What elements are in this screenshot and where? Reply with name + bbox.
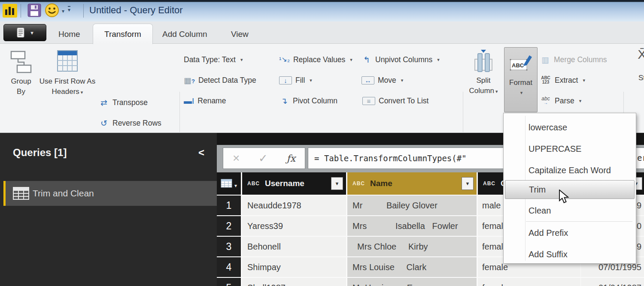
mouse-cursor	[558, 190, 570, 204]
use-first-row-label: Use First Row As Headers▾	[37, 76, 98, 97]
cell-username[interactable]: Yaress39	[242, 216, 346, 236]
tab-add-column[interactable]: Add Column	[160, 26, 210, 43]
titlebar-divider	[83, 4, 84, 18]
pivot-column-button[interactable]: ↴ Pivot Column	[279, 93, 337, 109]
extract-caret-icon: ▾	[583, 78, 585, 83]
transpose-button[interactable]: ⇄ Transpose	[99, 94, 148, 111]
pivot-column-icon: ↴	[279, 97, 289, 105]
table-corner-icon	[221, 179, 233, 188]
rename-button[interactable]: ▬I Rename	[184, 93, 226, 109]
format-icon: ABC	[509, 53, 533, 75]
statistics-button[interactable]: X̄Σ Stat	[628, 48, 644, 83]
transpose-icon: ⇄	[99, 99, 109, 107]
selection-accent-bar	[3, 181, 6, 206]
cell-name[interactable]: Mrs Louise Clark	[347, 257, 477, 277]
tab-transform[interactable]: Transform	[93, 24, 153, 44]
formula-cancel-button[interactable]: ×	[233, 151, 240, 165]
parse-icon: abc→	[540, 96, 551, 105]
unpivot-columns-button[interactable]: ↰ Unpivot Columns ▾	[361, 51, 440, 68]
group-by-button[interactable]: Group By	[6, 49, 36, 97]
fill-icon: ↓	[279, 76, 292, 84]
formula-fx-button[interactable]: ƒx	[287, 153, 296, 164]
unpivot-columns-icon: ↰	[361, 56, 372, 64]
split-column-button[interactable]: Split Column▾	[466, 48, 501, 96]
save-button[interactable]	[27, 3, 41, 17]
file-menu-button[interactable]: ▾	[3, 24, 46, 41]
data-type-button[interactable]: Data Type: Text ▾	[184, 51, 243, 68]
move-caret-icon: ▾	[401, 78, 404, 83]
cell-username[interactable]: Shimpay	[242, 257, 346, 277]
format-dropdown-menu: lowercase UPPERCASE Capitalize Each Word…	[503, 113, 636, 264]
cell-name[interactable]: Mr Bailey Glover	[347, 196, 477, 215]
detect-data-type-icon: ▦?	[184, 76, 195, 84]
row-number[interactable]: 2	[217, 216, 241, 236]
rename-icon: ▬I	[184, 97, 194, 105]
cell-username[interactable]: Neaudde1978	[242, 196, 346, 215]
extract-icon: ABC123	[540, 76, 551, 84]
tab-view[interactable]: View	[228, 26, 251, 43]
smiley-caret-icon[interactable]: ▾	[62, 9, 64, 14]
merge-columns-button[interactable]: ▥ Merge Columns	[540, 51, 607, 68]
use-first-row-caret-icon: ▾	[81, 90, 83, 95]
use-first-row-button[interactable]: Use First Row As Headers▾	[37, 49, 98, 97]
row-number[interactable]: 1	[217, 196, 241, 215]
queries-panel: Queries [1] < Trim and Clean	[0, 133, 217, 286]
queries-header: Queries [1]	[13, 147, 67, 159]
row-number[interactable]: 5	[217, 278, 241, 286]
menu-item-capitalize-each-word[interactable]: Capitalize Each Word	[504, 163, 636, 178]
filter-button-username[interactable]: ▼	[331, 177, 343, 190]
format-button[interactable]: ABC Format ▾	[504, 47, 538, 112]
row-number[interactable]: 3	[217, 237, 241, 256]
cell-gender[interactable]: female	[478, 278, 580, 286]
formula-buttons: × ✓ ƒx	[223, 148, 305, 169]
split-column-caret-icon: ▾	[495, 89, 498, 94]
formula-text: = Table.TransformColumnTypes(#"	[314, 154, 467, 163]
cell-username[interactable]: Behonell	[242, 237, 346, 256]
reverse-rows-button[interactable]: ↺ Reverse Rows	[99, 115, 161, 131]
detect-data-type-button[interactable]: ▦? Detect Data Type	[184, 72, 256, 88]
convert-to-list-button[interactable]: ≡ Convert To List	[362, 93, 428, 109]
menu-item-add-suffix[interactable]: Add Suffix	[504, 247, 636, 262]
replace-values-button[interactable]: ¹↘₂ Replace Values ▾	[279, 51, 352, 68]
data-type-caret-icon: ▾	[240, 57, 243, 62]
parse-button[interactable]: abc→ Parse ▾	[540, 93, 581, 109]
menu-item-uppercase[interactable]: UPPERCASE	[504, 141, 636, 156]
cell-name[interactable]: Mr Harrison Evans	[347, 278, 477, 286]
extract-button[interactable]: ABC123 Extract ▾	[540, 72, 585, 88]
replace-values-icon: ¹↘₂	[279, 56, 290, 63]
svg-text:ABC: ABC	[512, 62, 524, 69]
unpivot-caret-icon: ▾	[437, 57, 440, 62]
cell-username[interactable]: Shell1987	[242, 278, 346, 286]
powerbi-logo-icon[interactable]	[3, 4, 17, 18]
column-header-username[interactable]: ABC Username ▼	[242, 172, 346, 195]
formula-commit-button[interactable]: ✓	[258, 152, 268, 165]
smiley-feedback-button[interactable]	[45, 3, 59, 18]
cell-name[interactable]: Mrs Chloe Kirby	[347, 237, 477, 256]
menu-item-lowercase[interactable]: lowercase	[504, 120, 636, 135]
window-title: Untitled - Query Editor	[89, 5, 183, 16]
menu-item-clean[interactable]: Clean	[504, 203, 636, 218]
tab-home[interactable]: Home	[56, 26, 83, 43]
collapse-panel-button[interactable]: <	[198, 147, 204, 159]
query-table-icon	[13, 187, 29, 200]
merge-columns-icon: ▥	[540, 56, 550, 64]
cell-name[interactable]: Mrs Isabella Fowler	[347, 216, 477, 236]
menu-item-add-prefix[interactable]: Add Prefix	[504, 226, 636, 240]
filter-button-name[interactable]: ▼	[462, 177, 474, 190]
cell-dob[interactable]: 01/04/1987	[581, 278, 644, 286]
split-column-icon	[471, 48, 495, 74]
select-all-corner-button[interactable]: ▾	[217, 172, 241, 195]
convert-to-list-icon: ≡	[362, 97, 375, 105]
query-item-trim-and-clean[interactable]: Trim and Clean	[3, 181, 217, 206]
quick-access-toolbar-button[interactable]: ▾	[68, 6, 70, 12]
table-headers-icon	[56, 49, 79, 73]
fill-button[interactable]: ↓ Fill ▾	[279, 72, 312, 88]
query-item-label: Trim and Clean	[33, 188, 94, 199]
table-row-partial: 5 Shell1987 Mr Harrison Evans female 01/…	[217, 278, 644, 286]
file-menu-caret-icon: ▾	[30, 30, 33, 36]
query-editor-window: ▾ ▾ Untitled - Query Editor ▾ Home Trans…	[0, 0, 644, 286]
row-number[interactable]: 4	[217, 257, 241, 277]
move-button[interactable]: ↔ Move ▾	[361, 72, 403, 88]
column-header-name-selected[interactable]: ABC Name ▼	[347, 172, 477, 195]
titlebar-divider	[21, 4, 21, 18]
